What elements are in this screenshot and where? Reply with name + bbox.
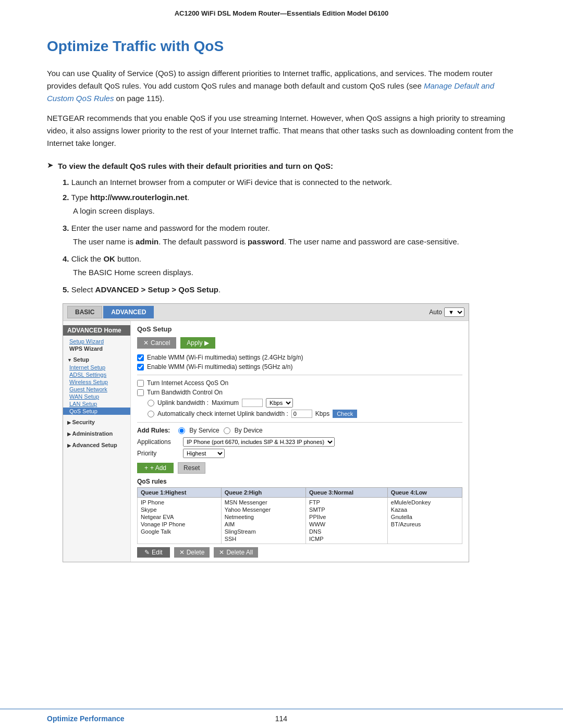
auto-check-input[interactable]: [291, 410, 312, 418]
tab-advanced[interactable]: ADVANCED: [103, 306, 154, 318]
list-item: Kazaa: [391, 506, 459, 513]
step-2-num: 2.: [63, 193, 69, 202]
tab-basic[interactable]: BASIC: [67, 306, 102, 318]
delete-button[interactable]: ✕ Delete: [174, 547, 210, 558]
sidebar-internet-setup[interactable]: Internet Setup: [63, 364, 130, 371]
bandwidth-control-checkbox[interactable]: [137, 389, 144, 396]
list-item: SlingStream: [225, 528, 302, 535]
uplink-value-input[interactable]: [242, 399, 263, 407]
queue-1-header: Queue 1:Highest: [138, 488, 222, 498]
by-service-label: By Service: [189, 427, 219, 434]
edit-button[interactable]: ✎ Edit: [137, 547, 170, 558]
router-page-title: QoS Setup: [137, 325, 462, 333]
list-item: MSN Messenger: [225, 499, 302, 506]
sidebar-guest-network[interactable]: Guest Network: [63, 386, 130, 393]
sidebar-advanced-home[interactable]: ADVANCED Home: [63, 325, 130, 336]
internet-qos-label: Turn Internet Access QoS On: [147, 379, 228, 387]
router-topbar: BASIC ADVANCED Auto ▼: [63, 304, 469, 321]
delete-label: Delete: [187, 549, 205, 556]
queue-4-cell: eMule/eDonkey Kazaa Gnutella BT/Azureus: [387, 498, 462, 544]
qos-table: Queue 1:Highest Queue 2:High Queue 3:Nor…: [137, 487, 462, 544]
list-item: ICMP: [309, 535, 384, 542]
list-item: Netgear EVA: [141, 513, 218, 521]
list-item: Gnutella: [391, 513, 459, 521]
list-item: AIM: [225, 521, 302, 528]
sidebar-wps-wizard[interactable]: WPS Wizard: [63, 345, 130, 352]
sidebar-wan-setup[interactable]: WAN Setup: [63, 393, 130, 400]
priority-row: Priority Highest: [137, 449, 462, 458]
page-footer: Optimize Performance 114: [0, 709, 563, 728]
cancel-button[interactable]: ✕ Cancel: [137, 337, 176, 349]
sidebar-adsl-settings[interactable]: ADSL Settings: [63, 371, 130, 378]
steps-container: 1. Launch an Internet browser from a com…: [63, 178, 516, 294]
header-title: AC1200 WiFi DSL Modem Router—Essentials …: [175, 9, 389, 17]
list-item: IP Phone: [141, 499, 218, 506]
checkbox-row-4: Turn Bandwidth Control On: [137, 389, 462, 396]
uplink-radio[interactable]: [148, 400, 154, 406]
step-3: 3. Enter the user name and password for …: [63, 224, 516, 232]
apply-button[interactable]: Apply ▶: [180, 337, 215, 349]
delete-all-x-icon: ✕: [219, 549, 224, 556]
apply-label: Apply: [187, 339, 202, 347]
step-4-sub: The BASIC Home screen displays.: [73, 266, 516, 279]
auto-check-radio[interactable]: [148, 411, 154, 417]
bullet-arrow-icon: ➤: [47, 161, 54, 170]
checkbox-row-2: Enable WMM (Wi-Fi multimedia) settings (…: [137, 363, 462, 371]
sidebar-qos-setup[interactable]: QoS Setup: [63, 408, 130, 415]
step-1-num: 1.: [63, 178, 69, 187]
bullet-text: To view the default QoS rules with their…: [58, 160, 333, 172]
sidebar-setup-wizard[interactable]: Setup Wizard: [63, 338, 130, 345]
queue-4-header: Queue 4:Low: [387, 488, 462, 498]
bottom-bar: ✎ Edit ✕ Delete ✕ Delete All: [137, 547, 462, 558]
applications-select[interactable]: IP Phone (port 6670, includes SIP & H.32…: [183, 437, 335, 447]
sidebar-lan-setup[interactable]: LAN Setup: [63, 400, 130, 408]
wmm-24-label: Enable WMM (Wi-Fi multimedia) settings (…: [147, 354, 303, 361]
queue-2-cell: MSN Messenger Yahoo Messenger Netmeeting…: [221, 498, 305, 544]
list-item: Netmeeting: [225, 513, 302, 521]
sidebar-admin-toggle[interactable]: Administration: [63, 429, 130, 438]
router-main: QoS Setup ✕ Cancel Apply ▶ Enable WMM (W…: [131, 321, 469, 562]
wmm-5-checkbox[interactable]: [137, 364, 144, 371]
list-item: DNS: [309, 528, 384, 535]
sidebar-wireless-setup[interactable]: Wireless Setup: [63, 378, 130, 386]
footer-section-label: Optimize Performance: [47, 714, 125, 723]
delete-all-label: Delete All: [226, 549, 253, 556]
queue-2-header: Queue 2:High: [221, 488, 305, 498]
add-button[interactable]: + + Add: [137, 463, 174, 473]
list-item: WWW: [309, 521, 384, 528]
add-rules-row: Add Rules: By Service By Device: [137, 427, 462, 434]
uplink-unit-select[interactable]: Kbps: [266, 398, 293, 408]
router-auto: Auto ▼: [429, 307, 464, 317]
auto-label: Auto: [429, 309, 442, 316]
queue-3-header: Queue 3:Normal: [306, 488, 388, 498]
list-item: FTP: [309, 499, 384, 506]
sidebar-setup-toggle[interactable]: Setup: [63, 355, 130, 364]
delete-x-icon: ✕: [179, 549, 185, 556]
queue-3-cell: FTP SMTP PPIIve WWW DNS ICMP: [306, 498, 388, 544]
list-item: BT/Azureus: [391, 521, 459, 528]
wmm-24-checkbox[interactable]: [137, 354, 144, 361]
step-5: 5. Select ADVANCED > Setup > QoS Setup.: [63, 285, 516, 294]
auto-select[interactable]: ▼: [444, 307, 464, 317]
x-icon: ✕: [143, 339, 149, 347]
sidebar-setup-section: Setup Internet Setup ADSL Settings Wirel…: [63, 355, 130, 415]
qos-rules-label: QoS rules: [137, 478, 462, 485]
sidebar-security-toggle[interactable]: Security: [63, 418, 130, 426]
action-bar: ✕ Cancel Apply ▶: [137, 337, 462, 349]
delete-all-button[interactable]: ✕ Delete All: [214, 547, 258, 558]
internet-qos-checkbox[interactable]: [137, 380, 144, 387]
step-3-num: 3.: [63, 224, 69, 232]
apply-arrow-icon: ▶: [204, 339, 209, 347]
footer-page-number: 114: [125, 714, 438, 723]
by-device-radio[interactable]: [224, 427, 230, 434]
step-4-num: 4.: [63, 254, 69, 263]
router-sidebar: ADVANCED Home Setup Wizard WPS Wizard Se…: [63, 321, 131, 562]
priority-select[interactable]: Highest: [183, 449, 225, 458]
sidebar-advanced-toggle[interactable]: Advanced Setup: [63, 441, 130, 449]
reset-button[interactable]: Reset: [178, 462, 205, 474]
priority-label: Priority: [137, 450, 179, 457]
list-item: SSH: [225, 535, 302, 542]
by-service-radio[interactable]: [178, 427, 185, 434]
check-button[interactable]: Check: [333, 410, 357, 418]
edit-icon: ✎: [144, 549, 150, 556]
